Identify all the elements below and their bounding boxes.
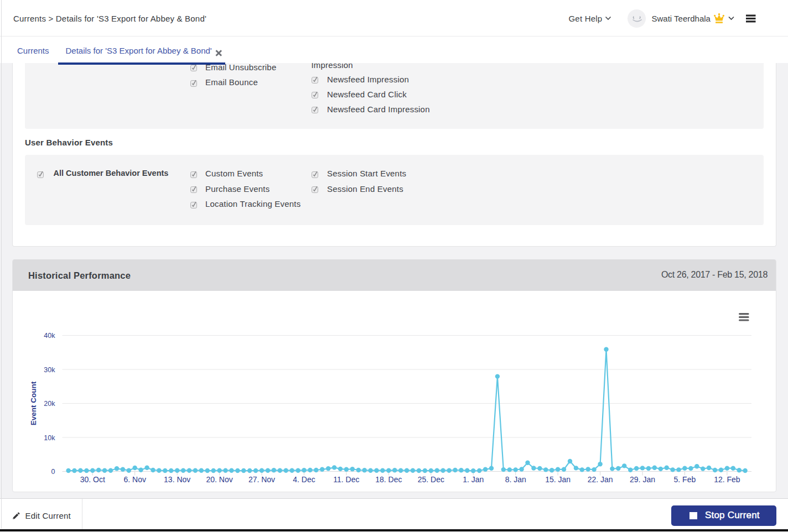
svg-text:20k: 20k [44,400,55,408]
svg-text:30k: 30k [44,366,55,374]
svg-text:22. Jan: 22. Jan [587,475,613,484]
svg-text:5. Feb: 5. Feb [673,475,696,484]
svg-text:25. Dec: 25. Dec [417,475,444,484]
svg-text:20. Nov: 20. Nov [206,475,232,484]
svg-text:4. Dec: 4. Dec [293,475,315,484]
svg-text:6. Nov: 6. Nov [123,475,146,484]
svg-text:1. Jan: 1. Jan [463,475,484,484]
svg-text:13. Nov: 13. Nov [164,475,190,484]
svg-text:40k: 40k [44,332,55,340]
svg-text:0: 0 [51,468,55,476]
svg-text:27. Nov: 27. Nov [248,475,274,484]
svg-text:10k: 10k [44,434,55,442]
svg-text:8. Jan: 8. Jan [505,475,526,484]
svg-text:18. Dec: 18. Dec [375,475,402,484]
svg-text:12. Feb: 12. Feb [714,475,740,484]
svg-text:29. Jan: 29. Jan [630,475,655,484]
svg-text:30. Oct: 30. Oct [80,475,105,484]
svg-text:11. Dec: 11. Dec [333,475,359,484]
svg-text:15. Jan: 15. Jan [545,475,571,484]
svg-text:Event Count: Event Count [29,381,37,425]
